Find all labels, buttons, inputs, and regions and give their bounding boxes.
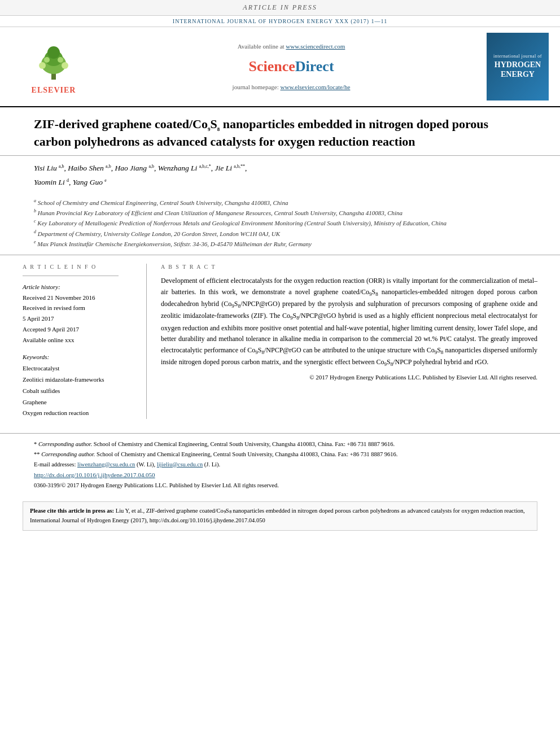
authors-line: Yisi Liu a,b, Haibo Shen a,b, Hao Jiang … [34, 161, 526, 189]
email1-link[interactable]: liwenzhang@csu.edu.cn [77, 461, 135, 468]
citation-label: Please cite this article in press as: [30, 508, 114, 514]
svg-point-7 [58, 57, 63, 63]
svg-point-5 [62, 62, 68, 69]
star2-symbol: ** [34, 451, 41, 457]
article-title: ZIF-derived graphene coated/Co9S8 nanopa… [34, 116, 526, 150]
article-info-header: A R T I C L E I N F O [23, 264, 135, 270]
footnote-corresponding2: ** Corresponding author. School of Chemi… [34, 449, 526, 460]
two-col-section: A R T I C L E I N F O Article history: R… [0, 255, 560, 427]
author-yaomin-li: Yaomin Li [34, 178, 65, 186]
affiliation-d: d Department of Chemistry, University Co… [34, 229, 526, 239]
available-online-text: Available online at www.sciencedirect.co… [238, 43, 345, 50]
header-center: Available online at www.sciencedirect.co… [99, 33, 484, 101]
author-yang-guo: Yang Guo [73, 178, 103, 186]
accepted-date: Accepted 9 April 2017 [23, 324, 135, 335]
journal-homepage-url[interactable]: www.elsevier.com/locate/he [281, 84, 351, 90]
sciencedirect-logo: ScienceDirect [248, 58, 334, 75]
sciencedirect-url[interactable]: www.sciencedirect.com [286, 43, 345, 50]
email1-author: (W. Li), [137, 461, 155, 468]
journal-title-bar: INTERNATIONAL JOURNAL OF HYDROGEN ENERGY… [0, 16, 560, 27]
keyword-3: Cobalt sulfides [23, 386, 135, 397]
elsevier-tree-icon [31, 38, 76, 84]
affiliation-c: c Key Laboratory of Metallogenic Predict… [34, 218, 526, 228]
received-revised-label: Received in revised form [23, 303, 135, 313]
article-title-section: ZIF-derived graphene coated/Co9S8 nanopa… [0, 107, 560, 156]
science-text: Science [248, 58, 295, 75]
email2-author: (J. Li). [204, 461, 220, 468]
email-label: E-mail addresses: [34, 461, 76, 468]
footnote-corresponding1: * Corresponding author. School of Chemis… [34, 439, 526, 449]
received-date: Received 21 November 2016 [23, 292, 135, 303]
elsevier-logo-area: ELSEVIER [8, 33, 99, 101]
svg-point-4 [39, 62, 46, 69]
available-online: Available online xxx [23, 335, 135, 346]
authors-section: Yisi Liu a,b, Haibo Shen a,b, Hao Jiang … [0, 156, 560, 195]
direct-text: Direct [295, 58, 334, 75]
svg-point-3 [47, 46, 60, 59]
corresponding-label-1: Corresponding author. [38, 441, 92, 447]
article-info-col: A R T I C L E I N F O Article history: R… [23, 264, 147, 419]
journal-cover-subtitle: international journal of [493, 54, 542, 59]
keyword-5: Oxygen reduction reaction [23, 408, 135, 419]
doi-line: http://dx.doi.org/10.1016/j.ijhydene.201… [34, 470, 526, 480]
affiliation-b: b Hunan Provincial Key Laboratory of Eff… [34, 208, 526, 218]
revised-date: 5 April 2017 [23, 313, 135, 324]
article-in-press-banner: ARTICLE IN PRESS [0, 0, 560, 16]
header-right: international journal of HYDROGENENERGY [484, 33, 552, 101]
elsevier-logo: ELSEVIER [31, 38, 76, 95]
article-info-divider [23, 276, 119, 276]
affiliation-a: a School of Chemistry and Chemical Engin… [34, 198, 526, 208]
footnotes-section: * Corresponding author. School of Chemis… [0, 433, 560, 496]
copyright-line: © 2017 Hydrogen Energy Publications LLC.… [161, 374, 537, 381]
author-yisi-liu: Yisi Liu [34, 164, 57, 172]
abstract-header: A B S T R A C T [161, 264, 537, 270]
affiliation-e: e Max Planck Institutfür Chemische Energ… [34, 239, 526, 249]
keyword-4: Graphene [23, 397, 135, 408]
journal-homepage: journal homepage: www.elsevier.com/locat… [233, 84, 351, 90]
article-history: Article history: Received 21 November 20… [23, 282, 135, 345]
journal-cover-title: HYDROGENENERGY [495, 60, 541, 80]
journal-cover-image: international journal of HYDROGENENERGY [487, 33, 549, 101]
email2-link[interactable]: lijieliu@csu.edu.cn [157, 461, 203, 468]
author-haibo-shen: Haibo Shen [68, 164, 103, 172]
corresponding2-text: School of Chemistry and Chemical Enginee… [97, 451, 397, 457]
abstract-text: Development of efficient electrocatalyst… [161, 276, 537, 369]
abstract-col: A B S T R A C T Development of efficient… [158, 264, 537, 419]
issn-line: 0360-3199/© 2017 Hydrogen Energy Publica… [34, 480, 526, 491]
author-wenzhang-li: Wenzhang Li [158, 164, 198, 172]
svg-point-6 [44, 57, 50, 63]
elsevier-wordmark: ELSEVIER [32, 86, 76, 95]
doi-link[interactable]: http://dx.doi.org/10.1016/j.ijhydene.201… [34, 471, 155, 478]
history-label: Article history: [23, 282, 135, 292]
email-line: E-mail addresses: liwenzhang@csu.edu.cn … [34, 460, 526, 470]
keywords-section: Keywords: Electrocatalyst Zeolitici mida… [23, 353, 135, 419]
keywords-label: Keywords: [23, 353, 135, 360]
author-hao-jiang: Hao Jiang [115, 164, 147, 172]
keyword-1: Electrocatalyst [23, 363, 135, 374]
corresponding1-text: School of Chemistry and Chemical Enginee… [94, 441, 395, 447]
header-section: ELSEVIER Available online at www.science… [0, 27, 560, 107]
citation-box: Please cite this article in press as: Li… [23, 501, 537, 531]
author-jie-li: Jie Li [215, 164, 232, 172]
affiliations-section: a School of Chemistry and Chemical Engin… [0, 195, 560, 255]
corresponding-label-2: Corresponding author. [41, 451, 95, 457]
star1-symbol: * [34, 441, 38, 447]
keyword-2: Zeolitici midazolate-frameworks [23, 374, 135, 386]
